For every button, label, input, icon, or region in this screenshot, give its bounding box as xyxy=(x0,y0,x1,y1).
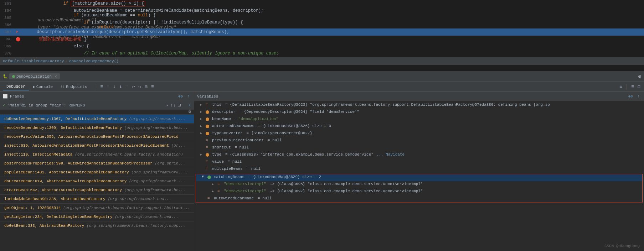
debug-tab-label: DemoApplication xyxy=(16,74,52,79)
frames-expand-action[interactable]: ⊕⊖ xyxy=(177,94,184,99)
frame-item-12[interactable]: getSingleton:234, DefaultSingletonBeanRe… xyxy=(0,213,194,221)
frame-item-6[interactable]: postProcessProperties:399, AutowiredAnno… xyxy=(0,159,194,168)
var-icon-previnjection: = xyxy=(206,138,211,142)
line-number-363: 363 xyxy=(0,1,14,6)
var-icon-multiplebeans: = xyxy=(206,167,211,171)
var-icon-demo2: = xyxy=(217,189,222,193)
thread-dropdown-arrow[interactable]: ▾ xyxy=(166,103,168,108)
thread-down-btn[interactable]: ↓ xyxy=(174,103,176,108)
toolbar-icon-list[interactable]: ≡ xyxy=(100,83,104,90)
var-type[interactable]: ▶ type = {Class@3628} "interface com.exa… xyxy=(194,152,644,159)
variables-panel-header: Variables ⊕⊖ ↕ xyxy=(194,92,644,101)
var-beanname[interactable]: ▶ beanName = "demoApplication" xyxy=(194,116,644,123)
var-demo2serviceimpl[interactable]: ▶ = "demo2ServiceImpl" -> {Class@3697} "… xyxy=(196,188,642,195)
tab-debugger[interactable]: Debugger xyxy=(3,83,29,90)
debug-toolbar-icons: ≡ ↑ ↓ ⬇ ↑ ↩ ↪ ⊞ ≡ xyxy=(94,83,155,90)
frame-item-5[interactable]: inject:119, InjectionMetadata (org.sprin… xyxy=(0,150,194,159)
frame-item-4[interactable]: inject:639, AutowiredAnnotationBeanPostP… xyxy=(0,141,194,150)
breadcrumb-class[interactable]: DefaultListableBeanFactory xyxy=(3,59,64,63)
var-icon-this: = xyxy=(206,103,211,107)
frames-pin-action[interactable]: ↕ xyxy=(186,94,191,99)
var-this[interactable]: ▶ = this = {DefaultListableBeanFactory@3… xyxy=(194,102,644,109)
panel-icon-1[interactable]: ≡ xyxy=(630,83,635,90)
var-icon-matchingbeans xyxy=(207,176,211,179)
toolbar-icon-run-cursor[interactable]: ↑ xyxy=(125,83,129,90)
endpoints-icon: ↑↓ xyxy=(61,85,65,89)
tab-endpoints[interactable]: ↑↓ Endpoints xyxy=(57,84,91,90)
breadcrumb-method[interactable]: doResolveDependency() xyxy=(69,59,119,63)
toolbar-icon-step-over[interactable]: ↑ xyxy=(106,83,110,90)
var-shortcut[interactable]: = shortcut = null xyxy=(194,145,644,152)
var-icon-shortcut: = xyxy=(206,145,211,150)
frame-item-2[interactable]: resolveDependency:1309, DefaultListableB… xyxy=(0,124,194,132)
panel-icon-2[interactable]: ⊡ xyxy=(637,83,641,90)
var-demo1serviceimpl[interactable]: ▶ = "demo1ServiceImpl" -> {Class@3695} "… xyxy=(196,181,642,188)
frames-panel-actions: ⊕⊖ ↕ xyxy=(177,94,191,99)
red-border-group: ▼ matchingBeans = {LinkedHashMap@3629} s… xyxy=(196,174,643,203)
debugger-tabs-row: Debugger ▶ Console ↑↓ Endpoints ≡ ↑ ↓ ⬇ … xyxy=(0,82,644,92)
code-line-370: 370 // In case of an optional Collection… xyxy=(0,50,644,57)
frames-list: doResolveDependency:1367, DefaultListabl… xyxy=(0,115,194,251)
thread-label: "main"@1 in group "main": RUNNING xyxy=(7,103,164,108)
tab-console[interactable]: ▶ Console xyxy=(30,84,56,90)
frames-panel: ⬜ Frames ⊕⊖ ↕ ✓ "main"@1 in group "main"… xyxy=(0,92,194,251)
settings-icon[interactable]: ⚙ xyxy=(619,83,623,90)
frame-item-11[interactable]: getObject:-1, 1920305914 (org.springfram… xyxy=(0,204,194,213)
toolbar-icon-eval[interactable]: ↩ xyxy=(132,83,136,90)
frame-item-active[interactable]: doResolveDependency:1367, DefaultListabl… xyxy=(0,115,194,124)
debug-arrow: ➤ xyxy=(14,29,19,35)
frame-item-13[interactable]: doGetBean:333, AbstractBeanFactory (org.… xyxy=(0,221,194,230)
frames-panel-header: ⬜ Frames ⊕⊖ ↕ xyxy=(0,92,194,101)
variables-expand-action[interactable]: ⊕⊖ xyxy=(627,94,634,99)
thread-add-icon[interactable]: + xyxy=(188,103,191,108)
thread-selector[interactable]: ✓ "main"@1 in group "main": RUNNING ▾ ↑ … xyxy=(0,101,194,110)
copy-icon[interactable]: ⧉ xyxy=(189,110,191,114)
thread-up-btn[interactable]: ↑ xyxy=(170,103,173,108)
var-autowiredbeanname[interactable]: = autowiredBeanName = null xyxy=(196,195,642,203)
tab-status-dot xyxy=(12,75,15,78)
frame-item-10[interactable]: lambda$doGetBean$0:335, AbstractBeanFact… xyxy=(0,195,194,204)
debugger-tab-label: Debugger xyxy=(6,84,25,89)
frame-item-8[interactable]: doCreateBean:619, AbstractAutowireCapabl… xyxy=(0,177,194,186)
var-autowiredbeannames[interactable]: ▶ autowiredBeanNames = {LinkedHashSet@36… xyxy=(194,123,644,130)
var-icon-autowirednames xyxy=(206,125,209,128)
debug-panels: ⬜ Frames ⊕⊖ ↕ ✓ "main"@1 in group "main"… xyxy=(0,92,644,251)
demo1-key: "demo1ServiceImpl" xyxy=(224,182,266,186)
toolbar-icon-trace[interactable]: ↪ xyxy=(138,83,142,90)
toolbar-icon-lines[interactable]: ≡ xyxy=(150,83,155,90)
toolbar-icon-grid[interactable]: ⊞ xyxy=(144,83,148,90)
frame-item-9[interactable]: createBean:542, AbstractAutowireCapableB… xyxy=(0,186,194,195)
gear-icon[interactable]: ⚙ xyxy=(638,73,641,79)
console-tab-label: Console xyxy=(36,85,53,89)
variables-panel: Variables ⊕⊖ ↕ ▶ = this = {DefaultListab… xyxy=(194,92,644,251)
var-icon-demo1: = xyxy=(217,182,222,186)
var-value[interactable]: = value = null xyxy=(194,159,644,166)
var-descriptor[interactable]: ▶ descriptor = {DependencyDescriptor@362… xyxy=(194,109,644,116)
var-icon-typeconv xyxy=(206,132,209,135)
frame-method-1: doResolveDependency:1367, DefaultListabl… xyxy=(4,117,129,121)
variables-pin-action[interactable]: ↕ xyxy=(636,94,641,99)
frames-panel-icon: ⬜ xyxy=(3,94,8,99)
thread-filter-icon[interactable]: ⊿ xyxy=(178,103,181,108)
var-matchingbeans[interactable]: ▼ matchingBeans = {LinkedHashMap@3629} s… xyxy=(196,174,642,181)
toolbar-icon-step-into[interactable]: ↓ xyxy=(112,83,117,90)
console-icon: ▶ xyxy=(33,85,35,89)
toolbar-icon-step-out[interactable]: ⬇ xyxy=(119,83,123,90)
var-previousinjection[interactable]: = previousInjectionPoint = null xyxy=(194,137,644,145)
frame-item-3[interactable]: resolveFieldValue:656, AutowiredAnnotati… xyxy=(0,132,194,141)
variables-panel-title: Variables xyxy=(197,94,218,99)
var-multiplebeans[interactable]: = multipleBeans = null xyxy=(194,166,644,173)
debug-toolbar: 🐛 DemoApplication ✕ ⚙ xyxy=(0,71,644,82)
thread-nav-arrows: ↑ ↓ xyxy=(170,103,176,108)
var-icon-autowiredbeanname: = xyxy=(207,196,212,200)
close-tab-icon[interactable]: ✕ xyxy=(55,74,57,79)
frame-item-7[interactable]: populateBean:1431, AbstractAutowireCapab… xyxy=(0,168,194,177)
var-typeconverter[interactable]: ▶ typeConverter = {SimpleTypeConverter@3… xyxy=(194,130,644,137)
endpoints-tab-label: Endpoints xyxy=(66,85,87,89)
expand-this[interactable]: ▶ xyxy=(200,103,204,107)
type-navigate-link[interactable]: ... Navigate xyxy=(376,152,405,157)
variables-list: ▶ = this = {DefaultListableBeanFactory@3… xyxy=(194,101,644,251)
debug-app-tab[interactable]: DemoApplication ✕ xyxy=(9,73,60,79)
thread-check-icon: ✓ xyxy=(3,103,5,108)
var-icon-type xyxy=(206,153,209,157)
